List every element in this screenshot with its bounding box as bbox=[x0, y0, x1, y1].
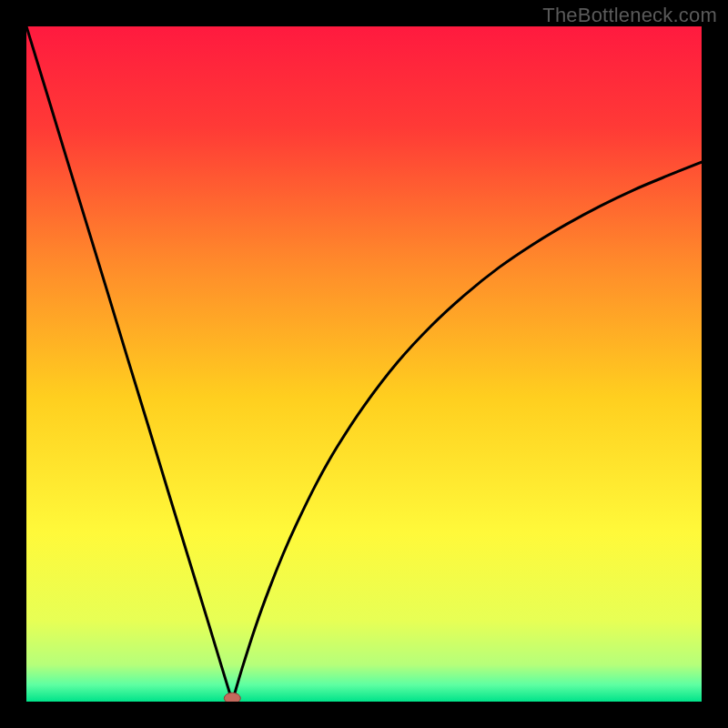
gradient-background bbox=[26, 26, 702, 702]
watermark-text: TheBottleneck.com bbox=[542, 4, 717, 27]
plot-area bbox=[26, 26, 702, 702]
chart-frame: TheBottleneck.com bbox=[0, 0, 728, 728]
bottleneck-chart bbox=[26, 26, 702, 702]
optimum-marker bbox=[224, 693, 240, 702]
